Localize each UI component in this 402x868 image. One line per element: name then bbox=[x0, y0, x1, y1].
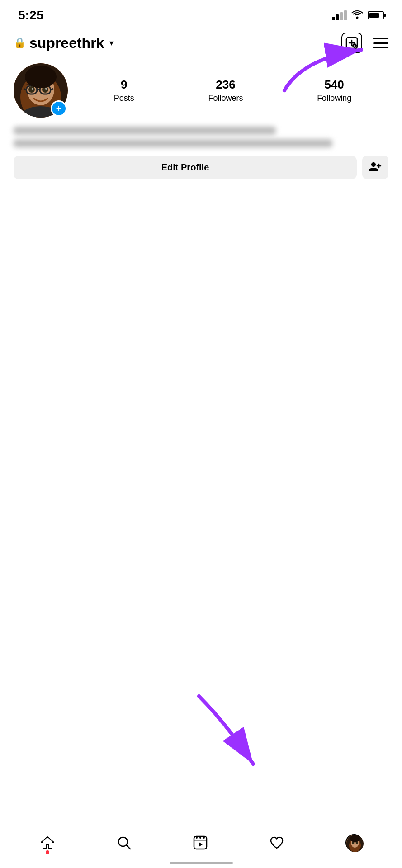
action-buttons: Edit Profile bbox=[14, 156, 388, 179]
edit-profile-button[interactable]: Edit Profile bbox=[14, 156, 357, 179]
nav-activity[interactable] bbox=[269, 835, 284, 850]
svg-point-0 bbox=[356, 17, 359, 19]
svg-point-24 bbox=[118, 837, 128, 846]
svg-line-25 bbox=[127, 845, 130, 849]
status-icons bbox=[332, 9, 384, 21]
stats-area: 9 Posts 236 Followers 540 Following bbox=[77, 78, 388, 103]
status-bar: 5:25 bbox=[0, 0, 402, 27]
profile-section: + 9 Posts 236 Followers 540 Following Ed… bbox=[0, 59, 402, 188]
menu-button[interactable] bbox=[373, 38, 388, 48]
wifi-icon bbox=[351, 9, 363, 21]
lock-icon: 🔒 bbox=[14, 37, 26, 49]
content-area bbox=[0, 188, 402, 731]
nav-search[interactable] bbox=[116, 835, 132, 850]
svg-point-18 bbox=[45, 88, 47, 90]
svg-rect-27 bbox=[194, 840, 207, 841]
reels-icon bbox=[193, 835, 208, 850]
followers-label: Followers bbox=[208, 94, 243, 103]
nav-reels[interactable] bbox=[193, 835, 208, 850]
signal-icon bbox=[332, 10, 347, 20]
bio-line-2 bbox=[14, 139, 332, 147]
hamburger-line bbox=[373, 47, 388, 48]
hamburger-line bbox=[373, 42, 388, 44]
status-time: 5:25 bbox=[18, 8, 43, 23]
following-stat[interactable]: 540 Following bbox=[317, 78, 351, 103]
search-icon bbox=[116, 835, 132, 850]
followers-stat[interactable]: 236 Followers bbox=[208, 78, 243, 103]
posts-count: 9 bbox=[121, 78, 127, 92]
bio-line-1 bbox=[14, 127, 276, 135]
home-icon bbox=[40, 835, 55, 850]
nav-home[interactable] bbox=[40, 835, 55, 850]
svg-point-19 bbox=[25, 66, 57, 88]
chevron-down-icon: ▾ bbox=[109, 38, 114, 48]
header: 🔒 supreethrk ▾ + bbox=[0, 27, 402, 59]
username-area[interactable]: 🔒 supreethrk ▾ bbox=[14, 35, 114, 52]
posts-stat[interactable]: 9 Posts bbox=[114, 78, 134, 103]
followers-count: 236 bbox=[216, 78, 235, 92]
nav-profile[interactable] bbox=[345, 834, 363, 851]
hamburger-line bbox=[373, 38, 388, 39]
header-actions: + bbox=[341, 33, 388, 53]
svg-point-29 bbox=[199, 837, 201, 839]
svg-point-30 bbox=[203, 837, 205, 839]
bio-area bbox=[14, 127, 388, 147]
svg-point-15 bbox=[28, 86, 35, 93]
svg-point-17 bbox=[32, 88, 33, 90]
username-text: supreethrk bbox=[29, 35, 104, 52]
svg-text:+: + bbox=[353, 44, 355, 48]
heart-icon bbox=[269, 835, 284, 850]
following-count: 540 bbox=[324, 78, 344, 92]
nav-dot bbox=[46, 850, 49, 854]
svg-point-36 bbox=[350, 835, 360, 842]
avatar-wrapper: + bbox=[14, 63, 68, 118]
following-label: Following bbox=[317, 94, 351, 103]
bottom-nav bbox=[0, 823, 402, 868]
profile-top: + 9 Posts 236 Followers 540 Following bbox=[14, 63, 388, 118]
battery-icon bbox=[368, 11, 384, 19]
nav-profile-avatar bbox=[345, 834, 363, 851]
svg-point-28 bbox=[196, 837, 198, 839]
posts-label: Posts bbox=[114, 94, 134, 103]
add-friend-button[interactable] bbox=[362, 156, 388, 179]
add-content-button[interactable]: + bbox=[341, 33, 362, 53]
home-indicator bbox=[170, 862, 233, 864]
avatar-add-button[interactable]: + bbox=[51, 100, 67, 117]
